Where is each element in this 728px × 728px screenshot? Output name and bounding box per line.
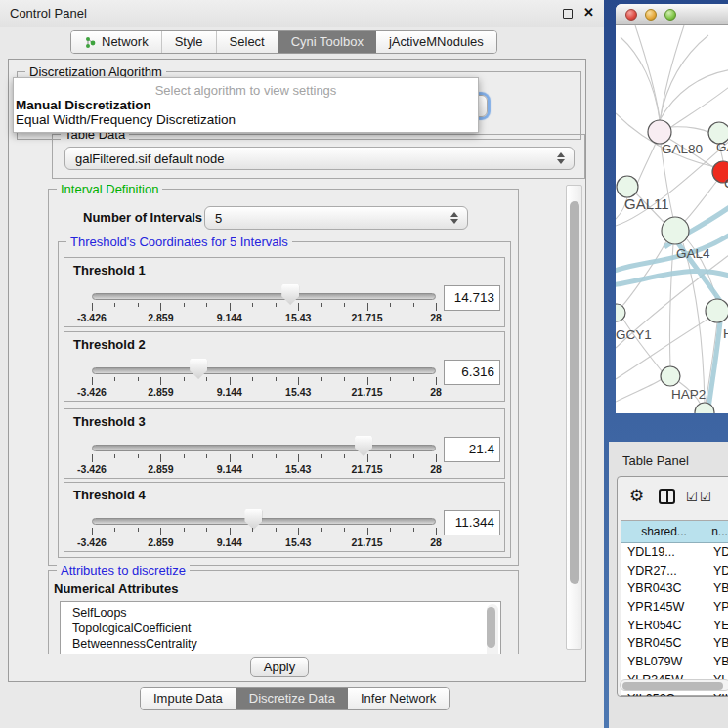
listbox-scrollbar[interactable] [487,604,498,654]
split-columns-icon[interactable] [659,489,675,504]
network-node[interactable] [662,217,689,244]
table-cell: YPR1 [707,598,728,617]
attribute-list-item[interactable]: BetweennessCentrality [61,636,500,652]
apply-button[interactable]: Apply [250,657,309,677]
tick-mark [230,528,231,535]
tick-mark [138,528,139,532]
node-label: GAL80 [662,142,703,156]
tick-mark [390,303,391,307]
tick-mark [298,377,299,385]
tick-label: 9.144 [217,463,242,475]
tab-infer-network[interactable]: Infer Network [348,688,449,709]
tick-mark [390,454,391,458]
tab-discretize-data[interactable]: Discretize Data [236,688,348,709]
slider-tick-labels: -3.4262.8599.14415.4321.71528 [92,312,436,324]
tick-label: -3.426 [77,536,107,548]
zoom-traffic-light-icon[interactable] [664,9,676,21]
tab-label: Style [175,31,203,53]
control-panel-titlebar: Control Panel ✕ [0,0,604,27]
gear-icon[interactable]: ⚙ [629,487,644,506]
attributes-items: SelfLoopsTopologicalCoefficientBetweenne… [61,602,500,652]
table-row[interactable]: YDR27...YDR2 [621,562,728,580]
table-data-combo[interactable]: galFiltered.sif default node [64,147,575,170]
tick-label: 28 [430,312,442,323]
close-icon[interactable]: ✕ [583,5,594,20]
attribute-list-item[interactable]: TopologicalCoefficient [61,621,500,636]
combo-arrows-icon [556,152,565,164]
tick-mark [206,454,207,458]
settings-scrollbar-thumb[interactable] [570,201,579,584]
threshold-value-field[interactable]: 21.4 [444,437,500,462]
tick-label: 2.859 [148,312,173,323]
network-canvas[interactable]: GAL80GACGAL11GAL4GCY1HHAP2 [616,25,728,413]
tick-mark [252,454,253,458]
tick-mark [367,377,368,385]
slider-handle[interactable] [244,509,262,530]
network-view[interactable]: GAL80GACGAL11GAL4GCY1HHAP2 [616,25,728,413]
slider-handle[interactable] [190,359,207,379]
tab-label: Cyni Toolbox [291,31,364,53]
slider-tick-labels: -3.4262.8599.14415.4321.71528 [92,386,436,399]
minimize-traffic-light-icon[interactable] [645,9,657,21]
dropdown-option[interactable]: Equal Width/Frequency Discretization [14,112,478,127]
slider-track[interactable] [92,518,436,525]
slider-ticks [92,377,436,386]
listbox-scrollbar-thumb[interactable] [487,607,495,648]
tick-label: 15.43 [285,463,311,475]
network-node[interactable] [661,366,680,386]
checkbox-icon[interactable]: ☑ [686,490,697,504]
tick-mark [321,377,322,381]
tab-style[interactable]: Style [162,31,217,53]
threshold-value-field[interactable]: 6.316 [444,360,500,385]
network-node[interactable] [648,120,671,144]
tick-label: 28 [430,536,442,548]
tick-mark [321,454,322,458]
slider-handle[interactable] [355,436,372,456]
column-header[interactable]: shared... [621,521,707,542]
tick-mark [413,303,414,307]
dropdown-option[interactable]: Manual Discretization [14,98,478,112]
table-row[interactable]: YPR145WYPR1 [621,598,728,617]
table-row[interactable]: YBR045CYBR0 [621,634,728,653]
num-intervals-combo[interactable]: 5 [204,206,468,230]
tab-jactivemnodules[interactable]: jActiveMNodules [376,31,496,53]
tick-mark [436,303,437,311]
table-horizontal-scrollbar[interactable] [620,679,728,691]
attributes-listbox[interactable]: SelfLoopsTopologicalCoefficientBetweenne… [60,601,501,654]
table-data-combo-value: galFiltered.sif default node [75,151,224,166]
table-cell: YBR043C [621,579,707,598]
tick-mark [276,454,277,458]
num-intervals-label: Number of Intervals [83,210,202,225]
threshold-value-field[interactable]: 11.344 [444,510,500,535]
tab-cyni-toolbox[interactable]: Cyni Toolbox [278,31,376,53]
table-row[interactable]: YBR043CYBR0 [621,579,728,598]
table-row[interactable]: YBL079WYBL0 [621,653,728,671]
settings-vertical-scrollbar[interactable] [566,185,582,650]
threshold-value-field[interactable]: 14.713 [444,285,500,311]
slider-track[interactable] [92,293,436,300]
table-row[interactable]: YDL19...YDL1 [621,543,728,562]
slider-ticks [92,454,436,463]
table-cell: YBL079W [621,653,707,671]
slider-track[interactable] [92,367,436,374]
tab-select[interactable]: Select [217,31,278,53]
slider-track[interactable] [92,445,436,451]
slider-ticks [92,303,436,312]
network-node[interactable] [616,304,625,321]
tick-label: 9.144 [217,536,242,548]
attribute-list-item[interactable]: SelfLoops [61,605,500,621]
column-header[interactable]: n... [707,521,728,542]
table-row[interactable]: YER054CYER0 [621,617,728,635]
tick-label: -3.426 [77,386,107,398]
float-window-icon[interactable] [563,9,573,19]
table-hscrollbar-thumb[interactable] [622,682,723,690]
network-node[interactable] [617,176,638,197]
slider-handle[interactable] [281,284,299,305]
tab-network[interactable]: Network [71,31,162,53]
checkbox-icon[interactable]: ☑ [700,490,710,504]
network-node[interactable] [706,299,728,322]
network-window: GAL80GACGAL11GAL4GCY1HHAP2 [616,4,728,413]
tick-mark [344,303,345,307]
close-traffic-light-icon[interactable] [625,9,637,21]
tab-impute-data[interactable]: Impute Data [141,688,236,709]
